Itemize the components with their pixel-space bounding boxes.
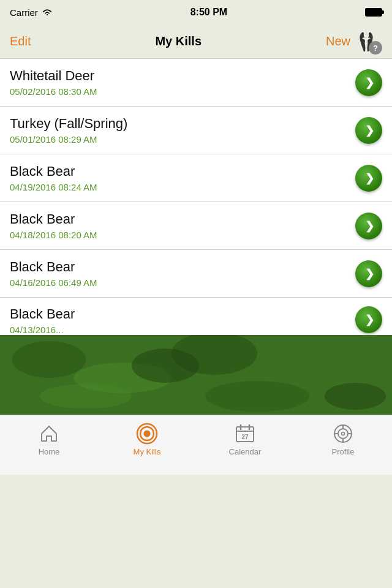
camo-background [0, 335, 392, 415]
home-icon [38, 423, 60, 445]
tab-home-label: Home [39, 447, 60, 456]
kill-animal: Black Bear [10, 306, 75, 322]
tab-profile-label: Profile [332, 447, 355, 456]
profile-icon [332, 423, 354, 445]
list-item[interactable]: Black Bear 04/18/2016 08:20 AM [0, 202, 392, 250]
status-time: 8:50 PM [190, 7, 227, 18]
new-button[interactable]: New [326, 34, 350, 48]
nav-bar: Edit My Kills New ? [0, 24, 392, 59]
kill-info: Black Bear 04/19/2016 08:24 AM [10, 164, 97, 192]
svg-point-20 [338, 429, 348, 439]
kill-animal: Turkey (Fall/Spring) [10, 116, 127, 132]
tab-bar: Home My Kills 27 Calendar [0, 415, 392, 475]
svg-point-9 [205, 381, 309, 412]
detail-chevron-button[interactable] [355, 306, 382, 333]
kill-date: 04/16/2016 06:49 AM [10, 277, 97, 288]
edit-button[interactable]: Edit [10, 34, 31, 48]
kill-date: 04/13/2016... [10, 325, 75, 335]
kill-date: 05/02/2016 08:30 AM [10, 86, 97, 97]
kill-info: Turkey (Fall/Spring) 05/01/2016 08:29 AM [10, 116, 127, 145]
detail-chevron-button[interactable] [355, 117, 382, 144]
kill-animal: Black Bear [10, 259, 97, 275]
kills-list: Whitetail Deer 05/02/2016 08:30 AM Turke… [0, 59, 392, 335]
carrier-label: Carrier [10, 7, 53, 18]
svg-point-3 [12, 341, 86, 378]
kill-info: Black Bear 04/16/2016 06:49 AM [10, 259, 97, 288]
tab-my-kills-label: My Kills [134, 447, 161, 456]
list-item[interactable]: Turkey (Fall/Spring) 05/01/2016 08:29 AM [0, 107, 392, 154]
kill-info: Black Bear 04/13/2016... [10, 306, 75, 335]
tab-calendar-label: Calendar [229, 447, 262, 456]
kill-info: Black Bear 04/18/2016 08:20 AM [10, 211, 97, 240]
list-item[interactable]: Black Bear 04/19/2016 08:24 AM [0, 154, 392, 202]
list-item[interactable]: Whitetail Deer 05/02/2016 08:30 AM [0, 59, 392, 107]
tab-home[interactable]: Home [0, 423, 98, 456]
detail-chevron-button[interactable] [355, 260, 382, 287]
svg-point-21 [342, 432, 345, 435]
carrier-text: Carrier [10, 7, 38, 18]
tab-profile[interactable]: Profile [294, 423, 392, 456]
help-button[interactable]: ? [355, 28, 382, 55]
status-bar: Carrier 8:50 PM [0, 0, 392, 24]
svg-point-8 [40, 384, 132, 409]
tab-my-kills[interactable]: My Kills [98, 423, 196, 456]
svg-point-13 [144, 431, 151, 437]
list-item[interactable]: Black Bear 04/16/2016 06:49 AM [0, 250, 392, 298]
kill-date: 04/19/2016 08:24 AM [10, 182, 97, 192]
kill-date: 04/18/2016 08:20 AM [10, 230, 97, 240]
svg-point-10 [132, 349, 199, 383]
kill-animal: Whitetail Deer [10, 68, 97, 84]
svg-point-7 [325, 383, 386, 410]
my-kills-icon [136, 423, 158, 445]
detail-chevron-button[interactable] [355, 69, 382, 96]
wifi-icon [42, 8, 53, 17]
kill-date: 05/01/2016 08:29 AM [10, 134, 127, 145]
kill-info: Whitetail Deer 05/02/2016 08:30 AM [10, 68, 97, 97]
detail-chevron-button[interactable] [355, 165, 382, 192]
svg-text:?: ? [373, 43, 378, 53]
calendar-icon: 27 [234, 423, 256, 445]
battery-indicator [365, 8, 382, 17]
kill-animal: Black Bear [10, 164, 97, 179]
kill-animal: Black Bear [10, 211, 97, 227]
list-item[interactable]: Black Bear 04/13/2016... [0, 298, 392, 335]
page-title: My Kills [155, 34, 202, 48]
nav-right: New ? [326, 28, 382, 55]
tab-calendar[interactable]: 27 Calendar [196, 423, 294, 456]
svg-text:27: 27 [241, 434, 249, 440]
battery-icon [365, 8, 382, 17]
detail-chevron-button[interactable] [355, 213, 382, 239]
